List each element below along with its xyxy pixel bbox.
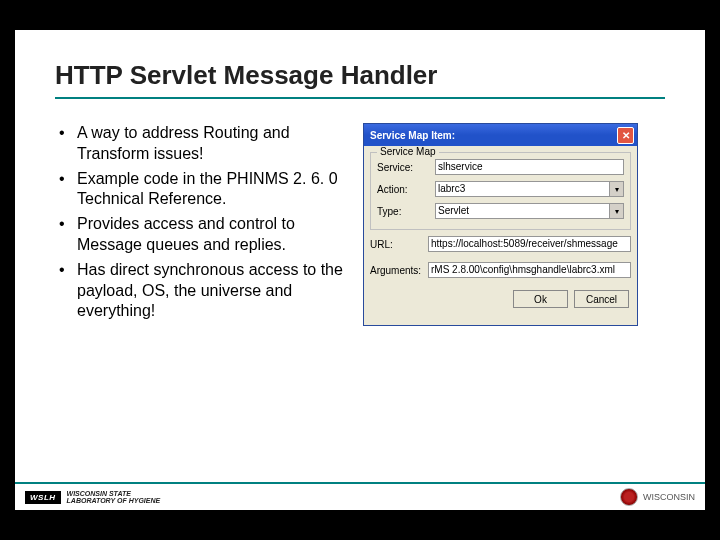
dialog-title: Service Map Item: — [370, 130, 455, 141]
bullet-item: Provides access and control to Message q… — [55, 214, 345, 256]
service-map-group: Service Map Service: slhservice Action: … — [370, 152, 631, 230]
bullet-list: A way to address Routing and Transform i… — [55, 123, 345, 326]
action-value: labrc3 — [435, 181, 610, 197]
dialog-titlebar[interactable]: Service Map Item: ✕ — [364, 124, 637, 146]
label-arguments: Arguments: — [370, 265, 428, 276]
bullet-item: A way to address Routing and Transform i… — [55, 123, 345, 165]
footer-left: WSLH WISCONSIN STATE LABORATORY OF HYGIE… — [25, 490, 160, 504]
type-combo[interactable]: Servlet ▾ — [435, 203, 624, 219]
bullet-item: Has direct synchronous access to the pay… — [55, 260, 345, 322]
label-url: URL: — [370, 239, 428, 250]
footer-right: WISCONSIN — [620, 488, 695, 506]
group-label: Service Map — [377, 146, 439, 157]
service-map-dialog: Service Map Item: ✕ Service Map Service:… — [363, 123, 638, 326]
dialog-button-row: Ok Cancel — [364, 284, 637, 316]
row-service: Service: slhservice — [377, 159, 624, 175]
type-value: Servlet — [435, 203, 610, 219]
action-combo[interactable]: labrc3 ▾ — [435, 181, 624, 197]
row-arguments: Arguments: rMS 2.8.00\config\hmsghandle\… — [364, 258, 637, 278]
service-input[interactable]: slhservice — [435, 159, 624, 175]
wslh-line2: LABORATORY OF HYGIENE — [67, 497, 161, 504]
slide-title: HTTP Servlet Message Handler — [55, 60, 665, 99]
chevron-down-icon[interactable]: ▾ — [610, 203, 624, 219]
label-type: Type: — [377, 206, 435, 217]
content-area: A way to address Routing and Transform i… — [55, 123, 665, 326]
chevron-down-icon[interactable]: ▾ — [610, 181, 624, 197]
slide: HTTP Servlet Message Handler A way to ad… — [15, 30, 705, 510]
wslh-logo: WSLH — [25, 491, 61, 504]
bullet-item: Example code in the PHINMS 2. 6. 0 Techn… — [55, 169, 345, 211]
wslh-line1: WISCONSIN STATE — [67, 490, 161, 497]
label-service: Service: — [377, 162, 435, 173]
close-icon[interactable]: ✕ — [617, 127, 634, 144]
uw-text: WISCONSIN — [643, 493, 695, 502]
url-input[interactable]: https://localhost:5089/receiver/shmessag… — [428, 236, 631, 252]
arguments-input[interactable]: rMS 2.8.00\config\hmsghandle\labrc3.xml — [428, 262, 631, 278]
label-action: Action: — [377, 184, 435, 195]
row-url: URL: https://localhost:5089/receiver/shm… — [364, 236, 637, 252]
ok-button[interactable]: Ok — [513, 290, 568, 308]
row-type: Type: Servlet ▾ — [377, 203, 624, 219]
row-action: Action: labrc3 ▾ — [377, 181, 624, 197]
uw-crest-icon — [620, 488, 638, 506]
cancel-button[interactable]: Cancel — [574, 290, 629, 308]
footer: WSLH WISCONSIN STATE LABORATORY OF HYGIE… — [15, 484, 705, 510]
wslh-text: WISCONSIN STATE LABORATORY OF HYGIENE — [67, 490, 161, 504]
